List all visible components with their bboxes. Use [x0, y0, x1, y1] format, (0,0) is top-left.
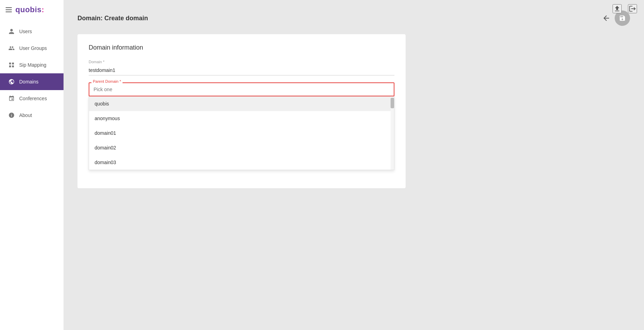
parent-domain-field: Parent Domain * quobis anonymous [89, 82, 394, 170]
page-title-row: Domain: Create domain [77, 10, 630, 26]
sidebar-item-sip-mapping[interactable]: Sip Mapping [0, 57, 64, 73]
parent-domain-input[interactable] [89, 82, 394, 96]
grid-icon [8, 61, 15, 68]
dropdown-item-quobis[interactable]: quobis [89, 96, 391, 111]
globe-icon [8, 78, 15, 85]
upload-icon-button[interactable] [613, 4, 622, 13]
sidebar: quobis: Users User Groups Sip Mapping [0, 0, 64, 330]
sidebar-item-about[interactable]: About [0, 107, 64, 124]
group-icon [8, 45, 15, 52]
topbar-icons [613, 4, 637, 13]
dropdown-label-domain02: domain02 [95, 145, 116, 151]
sidebar-label-conferences: Conferences [19, 96, 47, 101]
main-content: Domain: Create domain Domain information… [64, 0, 644, 330]
domain-input[interactable] [89, 65, 394, 75]
sidebar-item-domains[interactable]: Domains [0, 73, 64, 90]
dropdown-label-domain03: domain03 [95, 160, 116, 165]
sidebar-label-about: About [19, 112, 32, 118]
dropdown-label-anonymous: anonymous [95, 116, 120, 121]
form-section-title: Domain information [89, 44, 394, 51]
sidebar-item-conferences[interactable]: Conferences [0, 90, 64, 107]
dropdown-item-anonymous[interactable]: anonymous [89, 111, 391, 126]
dropdown-item-domain03[interactable]: domain03 [89, 155, 391, 170]
dropdown-scrollbar[interactable] [391, 96, 394, 170]
dropdown-item-domain01[interactable]: domain01 [89, 126, 391, 140]
dropdown-label-quobis: quobis [95, 101, 109, 107]
logout-icon-button[interactable] [628, 4, 637, 13]
menu-icon[interactable] [6, 7, 12, 12]
logo-text: quobis [15, 5, 42, 14]
sidebar-item-users[interactable]: Users [0, 23, 64, 40]
page-title: Domain: Create domain [77, 15, 148, 22]
sidebar-label-domains: Domains [19, 79, 38, 85]
sidebar-header: quobis: [0, 0, 64, 20]
sidebar-label-sip-mapping: Sip Mapping [19, 62, 46, 68]
sidebar-nav: Users User Groups Sip Mapping Domains [0, 23, 64, 124]
parent-domain-label: Parent Domain * [91, 79, 123, 83]
info-icon [8, 112, 15, 119]
domain-label: Domain * [89, 60, 394, 64]
calendar-icon [8, 95, 15, 102]
sidebar-label-users: Users [19, 29, 32, 34]
logo-colon: : [42, 5, 44, 14]
person-icon [8, 28, 15, 35]
dropdown-label-domain01: domain01 [95, 130, 116, 136]
sidebar-item-user-groups[interactable]: User Groups [0, 40, 64, 57]
form-card: Domain information Domain * Parent Domai… [77, 34, 406, 188]
scrollbar-thumb [391, 98, 394, 108]
back-button[interactable] [602, 14, 610, 22]
sidebar-label-user-groups: User Groups [19, 45, 47, 51]
domain-field: Domain * [89, 60, 394, 75]
parent-domain-dropdown: quobis anonymous domain01 domain02 [89, 96, 394, 170]
dropdown-item-domain02[interactable]: domain02 [89, 140, 391, 155]
parent-domain-wrapper: Parent Domain * [89, 82, 394, 96]
logo: quobis: [15, 5, 44, 14]
